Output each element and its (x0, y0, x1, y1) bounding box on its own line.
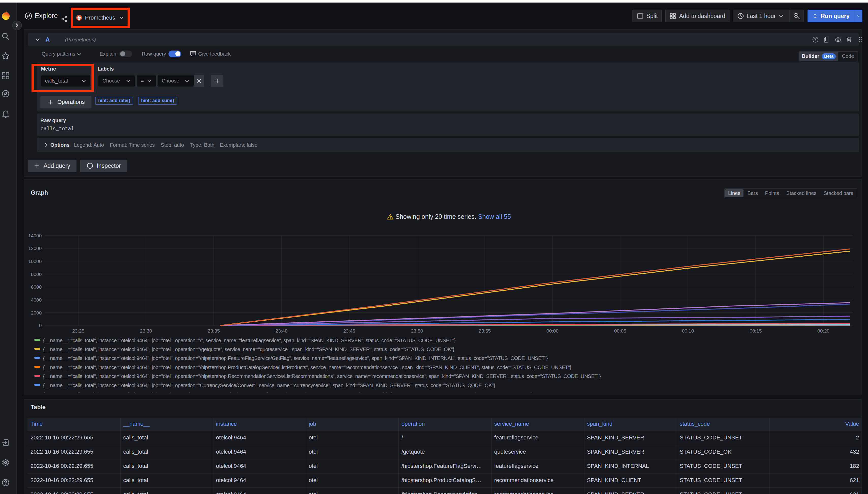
svg-text:12000: 12000 (28, 246, 42, 251)
svg-text:00:15: 00:15 (749, 328, 762, 334)
svg-text:2000: 2000 (31, 310, 42, 315)
svg-text:23:30: 23:30 (140, 328, 152, 334)
svg-text:14000: 14000 (28, 233, 42, 238)
svg-text:23:55: 23:55 (479, 328, 491, 334)
svg-text:00:05: 00:05 (614, 328, 626, 334)
svg-text:4000: 4000 (31, 297, 42, 303)
svg-text:10000: 10000 (28, 259, 42, 264)
svg-text:23:45: 23:45 (343, 328, 356, 334)
svg-text:23:35: 23:35 (207, 328, 220, 334)
svg-text:23:50: 23:50 (411, 328, 423, 334)
svg-text:23:40: 23:40 (275, 328, 288, 334)
svg-text:8000: 8000 (31, 271, 42, 277)
svg-text:00:00: 00:00 (546, 328, 559, 334)
svg-text:0: 0 (39, 323, 42, 328)
svg-text:00:10: 00:10 (682, 328, 694, 334)
svg-text:23:25: 23:25 (72, 328, 84, 334)
svg-text:6000: 6000 (31, 284, 42, 290)
svg-text:00:20: 00:20 (817, 328, 830, 334)
